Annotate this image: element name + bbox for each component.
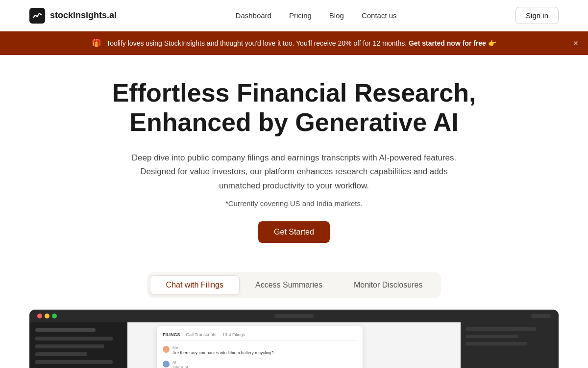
hero-title: Effortless Financial Research, Enhanced …	[98, 79, 490, 137]
preview-user-message: Me Are there any companies into lithium …	[163, 345, 357, 356]
banner-close-button[interactable]: ×	[573, 39, 578, 48]
nav-pricing[interactable]: Pricing	[289, 11, 312, 20]
window-maximize-dot	[52, 314, 57, 318]
tab-monitor-disclosures[interactable]: Monitor Disclosures	[338, 275, 438, 295]
preview-window-bar	[29, 310, 559, 322]
preview-tab-filings: FILINGS	[163, 332, 180, 337]
preview-ai-action: Interrupt	[172, 365, 188, 368]
feature-tabs: Chat with Filings Access Summaries Monit…	[0, 272, 588, 298]
preview-user-message-content: Are there any companies into lithium bat…	[172, 350, 273, 356]
preview-content: FILINGS Call Transcripts 10-4 Filings Me…	[29, 322, 559, 368]
preview-chat-header: FILINGS Call Transcripts 10-4 Filings	[163, 332, 357, 341]
hero-note: *Currently covering US and India markets…	[98, 199, 490, 208]
tab-access-summaries[interactable]: Access Summaries	[240, 275, 338, 295]
nav-links: Dashboard Pricing Blog Contact us	[236, 11, 397, 20]
logo-text: stockinsights.ai	[50, 10, 117, 21]
window-close-dot	[37, 314, 42, 318]
tabs-container: Chat with Filings Access Summaries Monit…	[147, 272, 441, 298]
preview-ai-label: AI	[172, 360, 188, 365]
preview-ai-avatar	[163, 361, 170, 368]
sidebar-row-2	[35, 344, 104, 348]
window-controls	[37, 314, 57, 318]
preview-right-panel	[461, 322, 559, 368]
preview-chat-window: FILINGS Call Transcripts 10-4 Filings Me…	[157, 326, 363, 368]
nav-contact[interactable]: Contact us	[362, 11, 397, 20]
preview-toolbar	[531, 314, 551, 318]
nav-dashboard[interactable]: Dashboard	[236, 11, 271, 20]
preview-user-avatar	[163, 346, 170, 353]
preview-tab-10k: 10-4 Filings	[222, 332, 245, 337]
preview-sidebar	[29, 322, 127, 368]
preview-tab-transcripts: Call Transcripts	[186, 332, 217, 337]
navigation: stockinsights.ai Dashboard Pricing Blog …	[0, 0, 588, 31]
sidebar-row-3	[35, 352, 87, 356]
preview-url-bar	[274, 314, 314, 318]
promo-banner: 🎁 Toolify loves using StockInsights and …	[0, 31, 588, 55]
hero-subtitle: Deep dive into public company filings an…	[127, 151, 461, 194]
banner-text: Toolify loves using StockInsights and th…	[106, 38, 496, 49]
banner-cta-link[interactable]: Get started now for free 👉	[409, 39, 496, 47]
logo-icon	[29, 8, 45, 24]
gift-icon: 🎁	[92, 37, 101, 49]
preview-section: FILINGS Call Transcripts 10-4 Filings Me…	[29, 310, 559, 368]
sidebar-row-4	[35, 360, 113, 364]
preview-ai-text: AI Interrupt	[172, 360, 188, 368]
logo[interactable]: stockinsights.ai	[29, 8, 117, 24]
preview-ai-message: AI Interrupt	[163, 360, 357, 368]
tab-chat-filings[interactable]: Chat with Filings	[150, 275, 240, 295]
window-minimize-dot	[45, 314, 49, 318]
preview-user-text: Me Are there any companies into lithium …	[172, 345, 273, 356]
nav-blog[interactable]: Blog	[329, 11, 344, 20]
get-started-button[interactable]: Get Started	[258, 221, 330, 243]
preview-user-label: Me	[172, 345, 273, 350]
hero-section: Effortless Financial Research, Enhanced …	[0, 55, 588, 259]
signin-button[interactable]: Sign in	[515, 7, 559, 24]
sidebar-row-1	[35, 337, 113, 341]
preview-main-area: FILINGS Call Transcripts 10-4 Filings Me…	[127, 322, 461, 368]
